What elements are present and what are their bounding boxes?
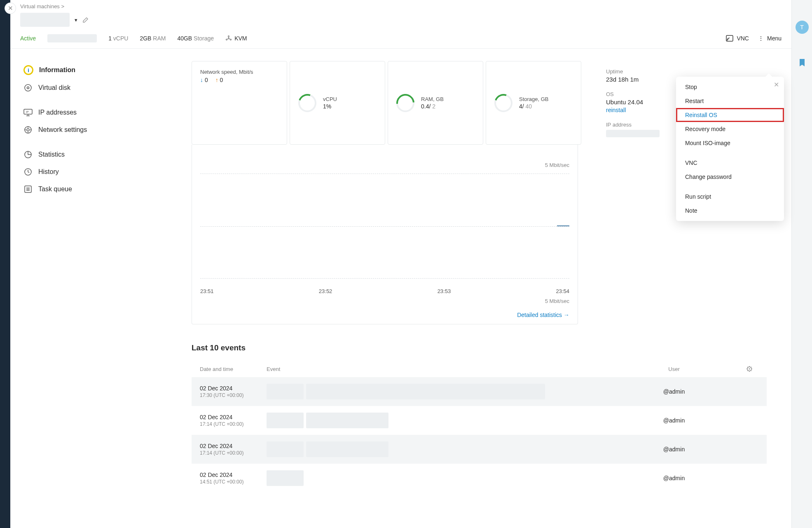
chevron-down-icon[interactable]: ▾ [75,17,77,23]
table-row: 02 Dec 202417:14 (UTC +00:00) @admin [192,406,767,435]
spec-ram: 2GB RAM [140,35,166,42]
gauge-circle-icon [298,94,316,112]
edit-icon[interactable] [82,16,89,23]
sidenav-item-statistics[interactable]: Statistics [23,146,183,163]
menu-dropdown: ✕ Stop Restart Reinstall OS Recovery mod… [676,77,784,221]
sidenav-item-history[interactable]: History [23,163,183,181]
sidenav-label: Virtual disk [38,84,70,92]
spec-vcpu: 1 vCPU [108,35,128,42]
svg-point-1 [226,39,227,40]
main-panel: ✕ Virtual machines > ▾ Active 1 vCPU 2GB… [10,0,791,528]
ip-placeholder [606,130,660,137]
content: i Information Virtual disk IP IP address… [10,49,791,505]
os-value: Ubuntu 24.04 [606,99,643,106]
svg-point-2 [230,39,232,40]
events-title: Last 10 events [192,343,767,352]
sidenav-item-network-settings[interactable]: Network settings [23,121,183,138]
gauge-storage: Storage, GB4/ 40 [486,61,581,145]
svg-point-7 [27,87,29,89]
menu-item-recovery-mode[interactable]: Recovery mode [676,122,784,136]
uptime-value: 23d 18h 1m [606,76,639,83]
breadcrumb: Virtual machines > [10,0,791,9]
close-panel-button[interactable]: ✕ [5,2,16,14]
menu-item-vnc[interactable]: VNC [676,156,784,170]
table-row: 02 Dec 202417:30 (UTC +00:00) @admin [192,377,767,406]
uptime-label: Uptime [606,68,623,75]
vnc-button[interactable]: VNC [726,35,749,42]
cluster-icon [225,35,232,42]
sidenav-label: Statistics [38,151,65,158]
gauge-netspeed: Network speed, Mbit/s ↓ 0 ↑ 0 [192,61,287,145]
svg-point-11 [27,129,29,131]
app-rightbar: T [791,0,812,528]
menu-item-stop[interactable]: Stop [676,80,784,94]
svg-point-0 [228,36,229,37]
dots-vertical-icon: ⋮ [758,35,764,42]
col-user: User [602,366,746,372]
sidenav-label: History [38,168,59,176]
svg-text:IP: IP [26,110,29,113]
breadcrumb-parent[interactable]: Virtual machines [20,3,60,9]
col-date: Date and time [200,366,267,372]
cast-icon [726,35,733,42]
reinstall-link[interactable]: reinstall [606,107,626,113]
table-settings-button[interactable] [746,366,758,372]
menu-item-reinstall-os[interactable]: Reinstall OS [676,108,784,122]
table-row: 02 Dec 202417:14 (UTC +00:00) @admin [192,435,767,464]
spec-storage: 40GB Storage [177,35,214,42]
menu-item-change-password[interactable]: Change password [676,170,784,184]
chart-area [200,174,569,279]
chart-line [557,225,569,226]
clock-icon [23,167,33,176]
netspeed-up: 0 [220,77,223,83]
bookmark-icon[interactable] [798,59,806,67]
network-icon [23,125,33,134]
status-placeholder [47,34,97,42]
sidenav-label: Network settings [38,126,87,134]
ip-label: IP address [606,122,632,128]
ip-icon: IP [23,108,33,117]
sidenav-item-ip-addresses[interactable]: IP IP addresses [23,104,183,121]
detailed-statistics-link[interactable]: Detailed statistics → [517,312,569,318]
events-header: Date and time Event User [192,361,767,377]
sidenav-item-task-queue[interactable]: Task queue [23,181,183,198]
sidenav-item-information[interactable]: i Information [23,61,183,79]
app-leftbar [0,0,10,528]
events-table: Date and time Event User 02 Dec 202417:3… [192,361,767,493]
os-label: OS [606,91,614,97]
network-chart: 5 Mbit/sec 23:51 23:52 23:53 23:54 5 Mbi… [192,145,578,324]
chart-y-unit-bottom: 5 Mbit/sec [545,298,569,304]
table-row: 02 Dec 202414:51 (UTC +00:00) @admin [192,464,767,493]
gauge-circle-icon [396,94,414,112]
chart-y-unit-top: 5 Mbit/sec [545,162,569,168]
arrow-up-icon: ↑ [215,77,218,83]
menu-button[interactable]: ⋮ Menu [758,35,782,42]
svg-point-16 [749,368,750,370]
svg-point-3 [228,38,229,39]
status-badge: Active [20,35,36,42]
user-avatar[interactable]: T [796,21,809,34]
menu-item-mount-iso[interactable]: Mount ISO-image [676,136,784,150]
gauge-ram: RAM, GB0.4/ 2 [388,61,483,145]
spec-kvm: KVM [225,35,247,42]
menu-item-run-script[interactable]: Run script [676,190,784,204]
menu-item-note[interactable]: Note [676,204,784,218]
svg-point-5 [727,40,728,41]
sidenav-label: IP addresses [38,109,77,116]
sidenav-label: Task queue [38,185,72,193]
info-bar: Active 1 vCPU 2GB RAM 40GB Storage KVM V… [10,34,791,49]
info-icon: i [23,65,33,75]
title-row: ▾ [10,9,791,34]
menu-item-restart[interactable]: Restart [676,94,784,108]
gauge-vcpu: vCPU1% [290,61,385,145]
breadcrumb-sep: > [61,3,65,9]
list-icon [23,185,33,194]
sidenav-label: Information [39,66,75,74]
sidenav-item-virtual-disk[interactable]: Virtual disk [23,79,183,96]
close-icon[interactable]: ✕ [774,81,779,89]
chart-x-ticks: 23:51 23:52 23:53 23:54 [200,288,569,294]
disk-icon [23,83,33,92]
arrow-down-icon: ↓ [200,77,203,83]
svg-point-6 [25,84,31,91]
gauge-circle-icon [494,94,512,112]
